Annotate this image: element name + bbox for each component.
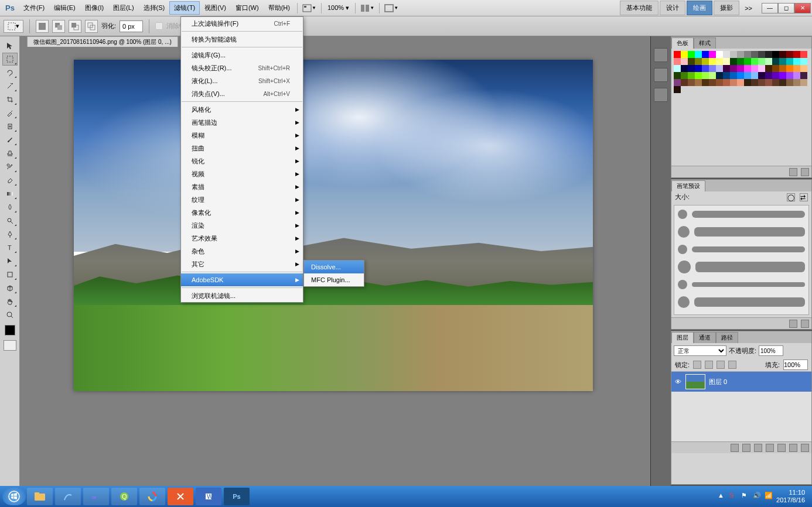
new-brush-icon[interactable] xyxy=(789,320,797,328)
swatch[interactable] xyxy=(730,65,737,72)
menu-item[interactable]: 艺术效果▶ xyxy=(181,232,303,245)
3d-tool[interactable] xyxy=(2,282,18,294)
tab-channels[interactable]: 通道 xyxy=(694,332,716,343)
swatch[interactable] xyxy=(793,72,800,79)
swatch[interactable] xyxy=(751,58,758,65)
tray-icon-3[interactable]: ⚑ xyxy=(741,492,750,501)
maximize-button[interactable]: ◻ xyxy=(778,3,794,13)
swatch[interactable] xyxy=(786,51,793,58)
workspace-essentials[interactable]: 基本功能 xyxy=(620,1,659,15)
swatch[interactable] xyxy=(737,51,744,58)
menu-item[interactable]: 像素化▶ xyxy=(181,206,303,219)
swatch[interactable] xyxy=(793,58,800,65)
swatch[interactable] xyxy=(744,58,751,65)
document-tab[interactable]: 微信截图_20170816110946.png @ 100% (图层 0, ..… xyxy=(27,36,178,47)
swatch[interactable] xyxy=(779,65,786,72)
swatch[interactable] xyxy=(674,51,681,58)
swatch[interactable] xyxy=(709,51,716,58)
tray-icon-5[interactable]: 📶 xyxy=(765,492,774,501)
layer-thumbnail[interactable] xyxy=(685,374,705,389)
swatch[interactable] xyxy=(800,72,807,79)
blur-tool[interactable] xyxy=(2,201,18,214)
swatch[interactable] xyxy=(702,72,709,79)
delete-layer-icon[interactable] xyxy=(801,444,809,452)
menu-help[interactable]: 帮助(H) xyxy=(264,1,295,15)
menu-edit[interactable]: 编辑(E) xyxy=(49,1,80,15)
swatch[interactable] xyxy=(716,79,723,86)
group-icon[interactable] xyxy=(777,444,786,452)
dodge-tool[interactable] xyxy=(2,214,18,227)
swatch[interactable] xyxy=(723,65,730,72)
layer-mask-icon[interactable] xyxy=(754,444,762,452)
swatch[interactable] xyxy=(674,72,681,79)
selection-mode-new[interactable] xyxy=(36,20,49,33)
swatch[interactable] xyxy=(695,51,702,58)
swatch[interactable] xyxy=(800,58,807,65)
swatch[interactable] xyxy=(702,51,709,58)
workspace-more[interactable]: >> xyxy=(740,2,757,14)
swatch[interactable] xyxy=(772,51,779,58)
launch-bridge-icon[interactable]: ▼ xyxy=(301,2,318,15)
minimize-button[interactable]: — xyxy=(762,3,778,13)
swatch[interactable] xyxy=(751,72,758,79)
swatch[interactable] xyxy=(681,72,688,79)
selection-mode-intersect[interactable] xyxy=(85,20,98,33)
swatch[interactable] xyxy=(737,72,744,79)
task-app-3[interactable]: Q xyxy=(111,488,137,505)
swatch[interactable] xyxy=(772,58,779,65)
swatch[interactable] xyxy=(674,65,681,72)
swatch[interactable] xyxy=(688,51,695,58)
fill-input[interactable] xyxy=(783,359,808,370)
swatch[interactable] xyxy=(730,72,737,79)
feather-input[interactable] xyxy=(120,20,143,32)
blend-mode-select[interactable]: 正常 xyxy=(674,345,726,356)
swatch[interactable] xyxy=(751,51,758,58)
gradient-tool[interactable] xyxy=(2,187,18,200)
adjustment-layer-icon[interactable] xyxy=(766,444,774,452)
menu-item[interactable]: 转换为智能滤镜 xyxy=(181,33,303,46)
menu-item[interactable]: 素描▶ xyxy=(181,180,303,193)
foreground-color[interactable] xyxy=(5,325,15,335)
menu-item[interactable]: 杂色▶ xyxy=(181,245,303,258)
new-swatch-icon[interactable] xyxy=(789,168,797,176)
quickmask-button[interactable] xyxy=(4,340,16,351)
screen-mode-icon[interactable]: ▼ xyxy=(383,2,400,15)
selection-mode-add[interactable] xyxy=(52,20,65,33)
brush-preset-6[interactable] xyxy=(674,293,808,311)
zoom-tool[interactable] xyxy=(2,309,18,321)
menu-item[interactable]: 消失点(V)...Alt+Ctrl+V xyxy=(181,87,303,100)
tool-preset[interactable]: ▾ xyxy=(4,20,23,33)
swatch-grid[interactable] xyxy=(674,51,807,93)
visibility-icon[interactable]: 👁 xyxy=(674,378,682,386)
start-button[interactable] xyxy=(2,488,26,505)
swatch[interactable] xyxy=(737,65,744,72)
selection-mode-subtract[interactable] xyxy=(69,20,81,33)
menu-item[interactable]: 视频▶ xyxy=(181,167,303,180)
menu-filter[interactable]: 滤镜(T) xyxy=(169,1,200,15)
arrange-docs-icon[interactable]: ▼ xyxy=(359,2,376,15)
swatch[interactable] xyxy=(779,51,786,58)
brush-preset-3[interactable] xyxy=(674,241,808,258)
swatch[interactable] xyxy=(674,86,681,93)
task-app-4[interactable] xyxy=(139,488,165,505)
link-layers-icon[interactable] xyxy=(731,444,739,452)
workspace-design[interactable]: 设计 xyxy=(660,1,685,15)
menu-item[interactable]: 液化(L)...Shift+Ctrl+X xyxy=(181,74,303,87)
swatch[interactable] xyxy=(800,51,807,58)
zoom-level[interactable]: 100% ▾ xyxy=(324,4,353,12)
submenu-item[interactable]: Dissolve... xyxy=(304,261,364,273)
swatch[interactable] xyxy=(772,72,779,79)
swatch[interactable] xyxy=(793,51,800,58)
new-layer-icon[interactable] xyxy=(789,444,797,452)
swatch[interactable] xyxy=(779,72,786,79)
swatch[interactable] xyxy=(793,79,800,86)
swatch[interactable] xyxy=(723,51,730,58)
delete-brush-icon[interactable] xyxy=(801,320,809,328)
swatch[interactable] xyxy=(744,51,751,58)
clock[interactable]: 11:10 2017/8/16 xyxy=(776,489,805,504)
menu-image[interactable]: 图像(I) xyxy=(80,1,108,15)
swatch[interactable] xyxy=(786,72,793,79)
swatch[interactable] xyxy=(758,65,765,72)
swatch[interactable] xyxy=(786,79,793,86)
swatch[interactable] xyxy=(681,79,688,86)
